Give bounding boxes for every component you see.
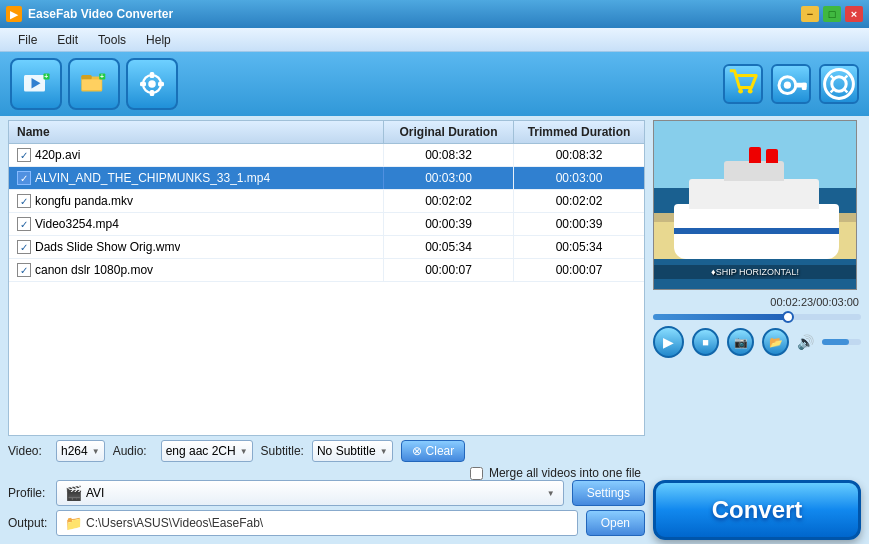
menu-tools[interactable]: Tools [88, 31, 136, 49]
left-panel: Name Original Duration Trimmed Duration … [0, 116, 649, 544]
shop-button[interactable] [723, 64, 763, 104]
help-button[interactable] [819, 64, 859, 104]
file-orig-duration: 00:03:00 [384, 167, 514, 189]
file-name-cell: ✓Dads Slide Show Orig.wmv [9, 236, 384, 258]
merge-row: Merge all videos into one file [8, 466, 645, 480]
menu-edit[interactable]: Edit [47, 31, 88, 49]
svg-point-10 [148, 80, 156, 88]
file-name: ALVIN_AND_THE_CHIPMUNKS_33_1.mp4 [35, 171, 270, 185]
video-dropdown[interactable]: h264 ▼ [56, 440, 105, 462]
output-path: 📁 C:\Users\ASUS\Videos\EaseFab\ [56, 510, 578, 536]
volume-fill [822, 339, 849, 345]
svg-rect-12 [150, 90, 155, 96]
folder-icon: 📁 [65, 515, 82, 531]
settings-button[interactable]: Settings [572, 480, 645, 506]
file-trim-duration: 00:08:32 [514, 144, 644, 166]
file-list-header: Name Original Duration Trimmed Duration [9, 121, 644, 144]
seek-thumb[interactable] [782, 311, 794, 323]
volume-slider[interactable] [822, 339, 861, 345]
svg-point-21 [825, 70, 854, 99]
minimize-button[interactable]: − [801, 6, 819, 22]
maximize-button[interactable]: □ [823, 6, 841, 22]
file-name: kongfu panda.mkv [35, 194, 133, 208]
profile-dropdown-arrow: ▼ [547, 489, 555, 498]
convert-button[interactable]: Convert [653, 480, 861, 540]
file-name-cell: ✓Video3254.mp4 [9, 213, 384, 235]
audio-value: eng aac 2CH [166, 444, 236, 458]
video-value: h264 [61, 444, 88, 458]
add-folder-button[interactable]: + [68, 58, 120, 110]
svg-line-23 [831, 76, 835, 80]
svg-rect-11 [150, 72, 155, 78]
svg-rect-5 [81, 75, 92, 80]
screenshot-button[interactable]: 📷 [727, 328, 754, 356]
file-name: Dads Slide Show Orig.wmv [35, 240, 180, 254]
file-orig-duration: 00:05:34 [384, 236, 514, 258]
file-checkbox[interactable]: ✓ [17, 148, 31, 162]
ship-chimney1 [749, 147, 761, 163]
volume-icon: 🔊 [797, 334, 814, 350]
close-button[interactable]: × [845, 6, 863, 22]
stop-button[interactable]: ■ [692, 328, 719, 356]
svg-rect-13 [140, 82, 146, 87]
file-trim-duration: 00:03:00 [514, 167, 644, 189]
file-checkbox[interactable]: ✓ [17, 194, 31, 208]
file-row[interactable]: ✓420p.avi00:08:3200:08:32 [9, 144, 644, 167]
settings-toolbar-button[interactable] [126, 58, 178, 110]
profile-icon: 🎬 [65, 485, 82, 501]
menu-help[interactable]: Help [136, 31, 181, 49]
audio-label: Audio: [113, 444, 153, 458]
file-row[interactable]: ✓canon dslr 1080p.mov00:00:0700:00:07 [9, 259, 644, 282]
open-button[interactable]: Open [586, 510, 645, 536]
ship-chimney2 [766, 149, 778, 163]
svg-text:+: + [44, 73, 48, 80]
svg-line-26 [831, 89, 835, 93]
svg-point-18 [784, 82, 791, 89]
file-checkbox[interactable]: ✓ [17, 217, 31, 231]
open-folder-button[interactable]: 📂 [762, 328, 789, 356]
main-content: Name Original Duration Trimmed Duration … [0, 116, 869, 544]
file-row[interactable]: ✓kongfu panda.mkv00:02:0200:02:02 [9, 190, 644, 213]
file-name: canon dslr 1080p.mov [35, 263, 153, 277]
seek-fill [653, 314, 788, 320]
add-video-button[interactable]: + [10, 58, 62, 110]
svg-rect-14 [158, 82, 164, 87]
video-label: Video: [8, 444, 48, 458]
svg-point-15 [738, 89, 743, 94]
subtitle-dropdown[interactable]: No Subtitle ▼ [312, 440, 393, 462]
merge-label[interactable]: Merge all videos into one file [489, 466, 641, 480]
audio-dropdown[interactable]: eng aac 2CH ▼ [161, 440, 253, 462]
title-bar-left: ▶ EaseFab Video Converter [6, 6, 173, 22]
clear-label: Clear [426, 444, 455, 458]
ship-top [724, 161, 784, 181]
col-header-name: Name [9, 121, 384, 143]
play-button[interactable]: ▶ [653, 326, 684, 358]
menu-bar: File Edit Tools Help [0, 28, 869, 52]
svg-rect-6 [82, 80, 102, 91]
file-list: Name Original Duration Trimmed Duration … [8, 120, 645, 436]
col-header-trim: Trimmed Duration [514, 121, 644, 143]
register-button[interactable] [771, 64, 811, 104]
time-display: 00:02:23/00:03:00 [653, 296, 861, 308]
file-checkbox[interactable]: ✓ [17, 171, 31, 185]
profile-dropdown[interactable]: 🎬 AVI ▼ [56, 480, 564, 506]
subtitle-label: Subtitle: [261, 444, 304, 458]
file-trim-duration: 00:05:34 [514, 236, 644, 258]
bottom-controls: Video: h264 ▼ Audio: eng aac 2CH ▼ Subti… [8, 436, 645, 540]
file-rows: ✓420p.avi00:08:3200:08:32✓ALVIN_AND_THE_… [9, 144, 644, 282]
ship-deck [689, 179, 819, 209]
subtitle-value: No Subtitle [317, 444, 376, 458]
output-path-text: C:\Users\ASUS\Videos\EaseFab\ [86, 516, 263, 530]
file-checkbox[interactable]: ✓ [17, 240, 31, 254]
file-orig-duration: 00:00:07 [384, 259, 514, 281]
menu-file[interactable]: File [8, 31, 47, 49]
file-row[interactable]: ✓Video3254.mp400:00:3900:00:39 [9, 213, 644, 236]
file-checkbox[interactable]: ✓ [17, 263, 31, 277]
media-controls-row: Video: h264 ▼ Audio: eng aac 2CH ▼ Subti… [8, 440, 645, 462]
clear-button[interactable]: ⊗ Clear [401, 440, 466, 462]
file-row[interactable]: ✓ALVIN_AND_THE_CHIPMUNKS_33_1.mp400:03:0… [9, 167, 644, 190]
seek-bar[interactable] [653, 314, 861, 320]
merge-checkbox[interactable] [470, 467, 483, 480]
title-bar: ▶ EaseFab Video Converter − □ × [0, 0, 869, 28]
file-row[interactable]: ✓Dads Slide Show Orig.wmv00:05:3400:05:3… [9, 236, 644, 259]
